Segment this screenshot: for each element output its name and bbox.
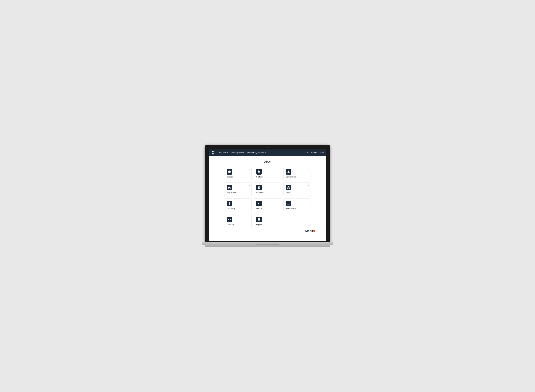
developer-icon-box bbox=[227, 217, 232, 222]
app-card-administration[interactable]: › Administration bbox=[283, 198, 311, 212]
app-card-reports[interactable]: › Reports bbox=[254, 214, 281, 228]
app-label-voyage: Voyage bbox=[286, 192, 308, 194]
grid-menu-icon[interactable] bbox=[211, 151, 215, 154]
app-card-developer[interactable]: › Developer bbox=[224, 214, 252, 228]
app-label-shipping: Shipping bbox=[227, 176, 249, 178]
chevron-right-icon: › bbox=[279, 168, 279, 170]
traceability-icon-box bbox=[227, 201, 232, 206]
chevron-down-icon: ▾ bbox=[227, 152, 228, 153]
chevron-right-icon: › bbox=[249, 216, 250, 218]
svg-rect-3 bbox=[213, 153, 214, 154]
administration-icon-box bbox=[286, 201, 291, 206]
app-label-consignment: Consignment bbox=[286, 176, 308, 178]
stack9-logo: Stack9 bbox=[305, 229, 315, 233]
chevron-right-icon: › bbox=[279, 216, 279, 218]
nav-livestock-link[interactable]: Livestock bbox=[310, 152, 317, 154]
laptop-wrapper: Shipments ▾ Shipping Setup ▾ Shipping Or… bbox=[205, 145, 330, 247]
chevron-right-icon: › bbox=[279, 200, 279, 202]
app-label-reports: Reports bbox=[256, 224, 279, 225]
laptop-bottom-bar bbox=[205, 245, 330, 247]
chevron-right-icon: › bbox=[308, 168, 309, 170]
contracts-icon-box bbox=[256, 169, 262, 175]
animals-icon-box bbox=[256, 201, 262, 206]
chevron-right-icon: › bbox=[308, 200, 309, 202]
app-card-procurement[interactable]: › Procurement bbox=[224, 182, 252, 196]
laptop-bezel: Shipments ▾ Shipping Setup ▾ Shipping Or… bbox=[205, 145, 330, 242]
app-label-developer: Developer bbox=[227, 224, 249, 225]
chevron-right-icon: › bbox=[279, 184, 279, 186]
app-label-contracts: Contracts bbox=[256, 176, 279, 178]
settings-icon[interactable]: ⚙ bbox=[306, 151, 308, 154]
app-label-quarantine: Quarantine bbox=[256, 192, 279, 194]
app-card-traceability[interactable]: › Traceability bbox=[224, 198, 252, 212]
nav-shipping-organisations[interactable]: Shipping Organisations ▾ bbox=[246, 151, 267, 154]
app-label-administration: Administration bbox=[286, 208, 308, 210]
navbar: Shipments ▾ Shipping Setup ▾ Shipping Or… bbox=[209, 149, 326, 156]
app-card-contracts[interactable]: › Contracts bbox=[254, 167, 281, 180]
chevron-right-icon: › bbox=[249, 184, 250, 186]
logo-text: Stack bbox=[305, 229, 313, 233]
reports-icon-box bbox=[256, 217, 262, 222]
app-label-animals: Animals bbox=[256, 208, 279, 210]
logo-number: 9 bbox=[313, 229, 315, 233]
svg-point-4 bbox=[229, 171, 230, 172]
app-card-voyage[interactable]: › Voyage bbox=[283, 182, 311, 196]
app-card-shipping[interactable]: › Shipping bbox=[224, 167, 252, 180]
page-title: Apps bbox=[217, 160, 318, 163]
nav-shipments[interactable]: Shipments ▾ bbox=[217, 151, 229, 154]
bottom-row: Stack9 bbox=[217, 228, 318, 235]
nav-logout-link[interactable]: Logout bbox=[319, 152, 324, 154]
nav-menu: Shipments ▾ Shipping Setup ▾ Shipping Or… bbox=[217, 151, 305, 154]
chevron-right-icon: › bbox=[249, 168, 250, 170]
chevron-right-icon: › bbox=[249, 200, 250, 202]
consignment-icon-box bbox=[286, 169, 291, 175]
shipping-icon-box bbox=[227, 169, 232, 175]
svg-rect-2 bbox=[212, 153, 213, 154]
svg-rect-0 bbox=[212, 151, 213, 152]
app-card-quarantine[interactable]: › Quarantine bbox=[254, 182, 281, 196]
app-label-traceability: Traceability bbox=[227, 208, 249, 210]
laptop-base bbox=[202, 242, 333, 245]
chevron-down-icon: ▾ bbox=[265, 152, 266, 153]
main-content: Apps › Shipping bbox=[209, 156, 326, 241]
svg-rect-1 bbox=[213, 151, 214, 152]
nav-shipping-setup[interactable]: Shipping Setup ▾ bbox=[230, 151, 245, 154]
chevron-down-icon: ▾ bbox=[243, 152, 244, 153]
apps-grid: › Shipping › bbox=[224, 167, 311, 228]
screen: Shipments ▾ Shipping Setup ▾ Shipping Or… bbox=[209, 149, 326, 241]
app-label-procurement: Procurement bbox=[227, 192, 249, 194]
laptop-camera bbox=[267, 147, 268, 148]
app-card-consignment[interactable]: › Consignment bbox=[283, 167, 311, 180]
nav-right: ⚙ Livestock Logout bbox=[306, 151, 324, 154]
chevron-right-icon: › bbox=[308, 184, 309, 186]
procurement-icon-box bbox=[227, 185, 232, 191]
quarantine-icon-box bbox=[256, 185, 262, 191]
voyage-icon-box bbox=[286, 185, 291, 191]
app-card-animals[interactable]: › Animals bbox=[254, 198, 281, 212]
